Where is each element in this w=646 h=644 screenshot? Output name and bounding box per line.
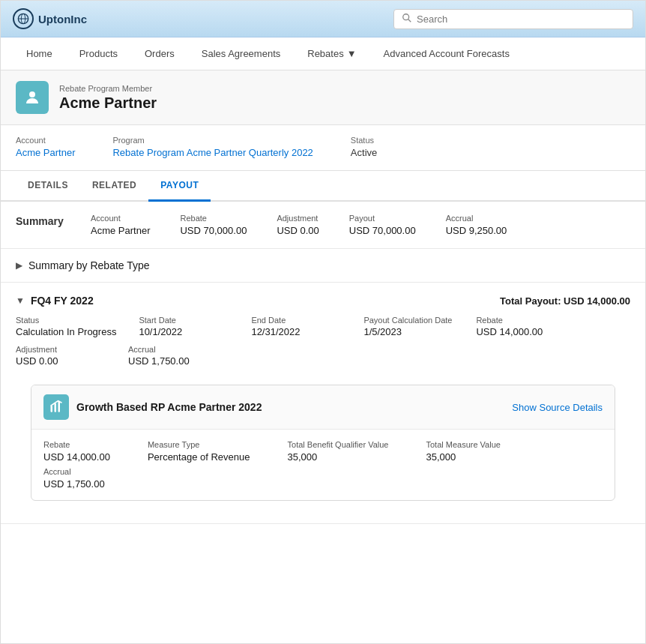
top-bar: UptonInc — [1, 1, 645, 37]
nav-item-home[interactable]: Home — [13, 39, 66, 68]
growth-total-benefit: Total Benefit Qualifier Value 35,000 — [288, 440, 389, 463]
nav-item-rebates[interactable]: Rebates ▼ — [294, 39, 369, 68]
growth-measure-type-label: Measure Type — [148, 440, 250, 449]
fq4-header: ▼ FQ4 FY 2022 Total Payout: USD 14,000.0… — [16, 295, 630, 307]
fq4-accrual: Accrual USD 1,750.00 — [128, 345, 218, 367]
nav-item-sales-agreements[interactable]: Sales Agreements — [188, 39, 295, 68]
growth-rebate-label: Rebate — [43, 440, 110, 449]
summary-payout: Payout USD 70,000.00 — [349, 214, 416, 236]
growth-accrual-value: USD 1,750.00 — [43, 478, 105, 490]
fq4-adjustment-label: Adjustment — [16, 345, 106, 354]
growth-total-measure-value: 35,000 — [426, 451, 500, 463]
fq4-block: ▼ FQ4 FY 2022 Total Payout: USD 14,000.0… — [1, 283, 645, 524]
globe-icon — [13, 8, 34, 29]
tabs: DETAILS RELATED PAYOUT — [1, 171, 645, 202]
fq4-end-date: End Date 12/31/2022 — [251, 316, 341, 337]
growth-total-benefit-value: 35,000 — [288, 451, 389, 463]
fq4-rebate-value: USD 14,000.00 — [476, 326, 566, 337]
growth-accrual: Accrual USD 1,750.00 — [43, 467, 105, 490]
search-icon — [402, 13, 412, 25]
summary-account-value: Acme Partner — [91, 225, 150, 236]
nav-item-products[interactable]: Products — [66, 39, 131, 68]
app-title: UptonInc — [38, 13, 87, 25]
tab-details[interactable]: DETAILS — [16, 171, 80, 202]
nav-item-orders[interactable]: Orders — [131, 39, 188, 68]
growth-measure-type-value: Percentage of Revenue — [148, 451, 250, 463]
fq4-fields: Status Calculation In Progress Start Dat… — [16, 316, 630, 345]
summary-adjustment-label: Adjustment — [277, 214, 319, 223]
show-source-details-button[interactable]: Show Source Details — [512, 402, 603, 413]
fq4-total: Total Payout: USD 14,000.00 — [500, 295, 630, 307]
logo: UptonInc — [13, 8, 87, 29]
fq4-title-text: FQ4 FY 2022 — [31, 295, 94, 307]
growth-icon — [43, 394, 69, 420]
fq4-status-label: Status — [16, 316, 116, 325]
record-type: Rebate Program Member — [59, 84, 157, 93]
summary-fields: Account Acme Partner Rebate USD 70,000.0… — [91, 214, 630, 236]
fq4-payout-calc-value: 1/5/2023 — [363, 326, 453, 337]
growth-card: Growth Based RP Acme Partner 2022 Show S… — [31, 385, 615, 501]
summary-row: Summary Account Acme Partner Rebate USD … — [1, 202, 645, 249]
svg-point-5 — [29, 91, 35, 97]
summary-adjustment: Adjustment USD 0.00 — [277, 214, 319, 236]
meta-program: Program Rebate Program Acme Partner Quar… — [112, 136, 313, 158]
meta-program-label: Program — [112, 136, 313, 145]
fq4-rebate-label: Rebate — [476, 316, 566, 325]
meta-account-label: Account — [16, 136, 75, 145]
summary-rebate: Rebate USD 70,000.00 — [180, 214, 247, 236]
fq4-status: Status Calculation In Progress — [16, 316, 116, 337]
fq4-start-date-label: Start Date — [139, 316, 229, 325]
record-meta: Account Acme Partner Program Rebate Prog… — [1, 125, 645, 171]
fq4-accrual-label: Accrual — [128, 345, 218, 354]
search-input[interactable] — [417, 13, 625, 25]
fq4-start-date-value: 10/1/2022 — [139, 326, 229, 337]
svg-rect-8 — [58, 401, 61, 412]
meta-status-value: Active — [351, 147, 377, 158]
summary-by-rebate-row[interactable]: ▶ Summary by Rebate Type — [1, 249, 645, 283]
search-bar[interactable] — [393, 9, 633, 29]
growth-fields: Rebate USD 14,000.00 Measure Type Percen… — [43, 440, 603, 463]
nav-item-advanced-forecasts[interactable]: Advanced Account Forecasts — [370, 39, 523, 68]
svg-rect-7 — [55, 403, 57, 412]
growth-card-name: Growth Based RP Acme Partner 2022 — [76, 401, 262, 413]
meta-program-value[interactable]: Rebate Program Acme Partner Quarterly 20… — [112, 147, 313, 158]
growth-total-benefit-label: Total Benefit Qualifier Value — [288, 440, 389, 449]
tab-related[interactable]: RELATED — [80, 171, 148, 202]
fq4-total-value: USD 14,000.00 — [564, 295, 630, 307]
summary-account-label: Account — [91, 214, 150, 223]
summary-rebate-value: USD 70,000.00 — [180, 225, 247, 236]
summary-adjustment-value: USD 0.00 — [277, 225, 319, 236]
fq4-rebate: Rebate USD 14,000.00 — [476, 316, 566, 337]
growth-total-measure-label: Total Measure Value — [426, 440, 500, 449]
payout-content: Summary Account Acme Partner Rebate USD … — [1, 202, 645, 524]
meta-status-label: Status — [351, 136, 377, 145]
meta-account-value[interactable]: Acme Partner — [16, 147, 75, 158]
growth-card-body: Rebate USD 14,000.00 Measure Type Percen… — [31, 430, 615, 500]
summary-payout-value: USD 70,000.00 — [349, 225, 416, 236]
chevron-down-icon: ▼ — [347, 48, 357, 59]
summary-payout-label: Payout — [349, 214, 416, 223]
fq4-payout-calc: Payout Calculation Date 1/5/2023 — [363, 316, 453, 337]
svg-point-3 — [403, 13, 409, 19]
fq4-title[interactable]: ▼ FQ4 FY 2022 — [16, 295, 94, 307]
summary-label: Summary — [16, 214, 91, 227]
meta-status: Status Active — [351, 136, 377, 158]
record-name: Acme Partner — [59, 94, 157, 112]
fq4-start-date: Start Date 10/1/2022 — [139, 316, 229, 337]
fq4-fields-row2: Adjustment USD 0.00 Accrual USD 1,750.00 — [16, 345, 630, 374]
nav-menu: Home Products Orders Sales Agreements Re… — [1, 37, 645, 70]
growth-fields-row2: Accrual USD 1,750.00 — [43, 467, 603, 490]
fq4-adjustment-value: USD 0.00 — [16, 355, 106, 367]
fq4-payout-calc-label: Payout Calculation Date — [363, 316, 453, 325]
record-icon — [16, 81, 49, 114]
record-title-block: Rebate Program Member Acme Partner — [59, 84, 157, 112]
growth-card-title: Growth Based RP Acme Partner 2022 — [43, 394, 262, 420]
summary-accrual-value: USD 9,250.00 — [446, 225, 507, 236]
fq4-adjustment: Adjustment USD 0.00 — [16, 345, 106, 367]
tab-payout[interactable]: PAYOUT — [148, 171, 211, 202]
summary-account: Account Acme Partner — [91, 214, 150, 236]
svg-rect-6 — [51, 406, 53, 412]
growth-rebate: Rebate USD 14,000.00 — [43, 440, 110, 463]
summary-rebate-label: Rebate — [180, 214, 247, 223]
chevron-right-icon: ▶ — [16, 260, 22, 271]
